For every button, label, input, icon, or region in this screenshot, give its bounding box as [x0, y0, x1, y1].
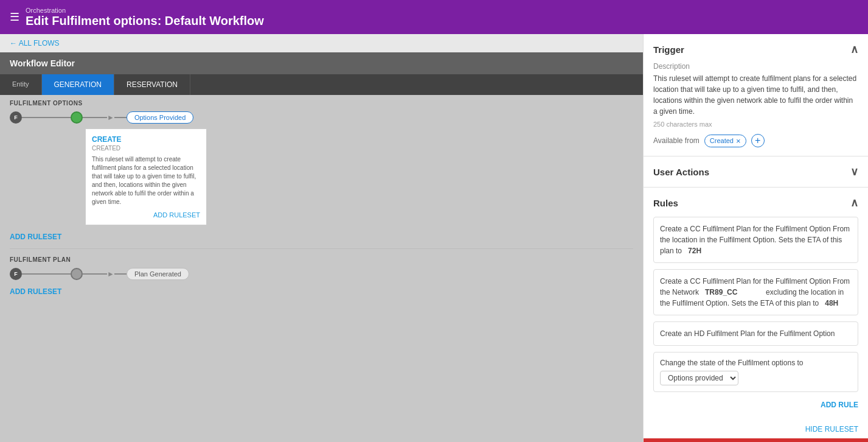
add-ruleset-link-inner[interactable]: ADD RULESET: [92, 211, 200, 219]
page-title: Edit Fulfilment options: Default Workflo…: [26, 14, 264, 28]
workflow-canvas: FULFILMENT OPTIONS F ► Options Provided: [0, 95, 643, 442]
available-from-row: Available from Created × +: [653, 134, 858, 147]
rules-chevron[interactable]: ∧: [850, 196, 858, 209]
workflow-editor-header: Workflow Editor: [0, 52, 643, 74]
rules-title: Rules: [653, 198, 678, 208]
fulfilment-options-section: FULFILMENT OPTIONS F ► Options Provided: [0, 95, 643, 246]
trigger-title: Trigger: [653, 44, 684, 55]
user-actions-title: User Actions: [653, 167, 709, 177]
created-tag-remove[interactable]: ×: [736, 136, 741, 146]
fulfilment-plan-flow-row: F ► Plan Generated: [10, 263, 633, 285]
description-label: Description: [653, 62, 858, 71]
tab-generation[interactable]: GENERATION: [42, 74, 114, 95]
fulfilment-options-flow-row: F ► Options Provided: [10, 107, 633, 128]
create-ruleset-card: CREATE CREATED This ruleset will attempt…: [85, 128, 207, 225]
top-header: ☰ Orchestration Edit Fulfilment options:…: [0, 0, 868, 34]
line-fp-1: [22, 273, 71, 275]
main-layout: ← ALL FLOWS Workflow Editor Entity GENER…: [0, 34, 868, 442]
user-actions-chevron[interactable]: ∨: [850, 165, 858, 178]
add-rule-link[interactable]: ADD RULE: [653, 398, 858, 412]
add-tag-button[interactable]: +: [751, 134, 765, 147]
fulfilment-plan-title: FULFILMENT PLAN: [10, 256, 633, 263]
state-change-text: Change the state of the Fulfilment optio…: [660, 359, 852, 367]
start-node-fp: F: [10, 268, 22, 280]
user-actions-section: User Actions ∨: [644, 156, 868, 188]
char-limit: 250 characters max: [653, 121, 858, 128]
state-row: Options provided Created Plan Generated: [660, 371, 852, 385]
fulfilment-options-title: FULFILMENT OPTIONS: [10, 100, 633, 107]
rules-section: Rules ∧ Create a CC Fulfilment Plan for …: [644, 188, 868, 420]
entity-tabs: Entity GENERATION RESERVATION: [0, 74, 643, 95]
trigger-section: Trigger ∧ Description This ruleset will …: [644, 34, 868, 156]
add-ruleset-button-fp[interactable]: ADD RULESET: [10, 285, 633, 298]
section-divider: [10, 248, 633, 249]
created-badge: CREATED: [92, 145, 200, 152]
rule-card-3: Create an HD Fulfilment Plan for the Ful…: [653, 321, 858, 346]
orchestration-label: Orchestration: [26, 7, 264, 14]
right-panel: Trigger ∧ Description This ruleset will …: [643, 34, 868, 442]
options-provided-pill[interactable]: Options Provided: [127, 111, 193, 124]
available-from-label: Available from: [653, 136, 700, 145]
line-1: [22, 117, 71, 118]
user-actions-header: User Actions ∨: [653, 165, 858, 178]
card-description: This ruleset will attempt to create fulf…: [92, 155, 200, 206]
state-change-card: Change the state of the Fulfilment optio…: [653, 352, 858, 392]
left-panel: ← ALL FLOWS Workflow Editor Entity GENER…: [0, 34, 643, 442]
delete-ruleset-button[interactable]: DELETE RULESET: [644, 438, 868, 442]
state-select[interactable]: Options provided Created Plan Generated: [660, 371, 738, 385]
hide-ruleset-link[interactable]: HIDE RULESET: [644, 420, 868, 438]
description-text: This ruleset will attempt to create fulf…: [653, 73, 858, 117]
rule-2-text: Create a CC Fulfilment Plan for the Fulf…: [660, 277, 850, 307]
create-label: CREATE: [92, 135, 200, 144]
rule-card-1: Create a CC Fulfilment Plan for the Fulf…: [653, 217, 858, 263]
rule-card-2: Create a CC Fulfilment Plan for the Fulf…: [653, 269, 858, 315]
plan-generated-pill[interactable]: Plan Generated: [127, 268, 189, 280]
line-3: [114, 117, 127, 118]
created-tag: Created ×: [704, 135, 746, 147]
green-connector-node[interactable]: [71, 111, 83, 124]
tab-reservation[interactable]: RESERVATION: [114, 74, 190, 95]
line-fp-3: [114, 273, 127, 275]
menu-icon[interactable]: ☰: [10, 10, 19, 24]
add-ruleset-button-fo[interactable]: ADD RULESET: [10, 230, 633, 244]
flow-arrow: ►: [107, 113, 114, 122]
flow-arrow-fp: ►: [107, 270, 114, 278]
trigger-chevron[interactable]: ∧: [850, 43, 858, 56]
start-node-f: F: [10, 111, 22, 124]
fulfilment-plan-section: FULFILMENT PLAN F ► Plan Generated: [0, 251, 643, 301]
trigger-section-header: Trigger ∧: [653, 43, 858, 56]
grey-connector-node[interactable]: [71, 268, 83, 280]
title-section: Orchestration Edit Fulfilment options: D…: [26, 7, 264, 28]
rule-3-text: Create an HD Fulfilment Plan for the Ful…: [660, 329, 835, 338]
line-fp-2: [83, 273, 107, 275]
line-2: [83, 117, 107, 118]
created-tag-label: Created: [710, 137, 734, 144]
breadcrumb[interactable]: ← ALL FLOWS: [0, 34, 643, 52]
rules-section-header: Rules ∧: [653, 196, 858, 209]
rule-1-text: Create a CC Fulfilment Plan for the Fulf…: [660, 225, 850, 255]
tab-entity: Entity: [0, 74, 42, 95]
